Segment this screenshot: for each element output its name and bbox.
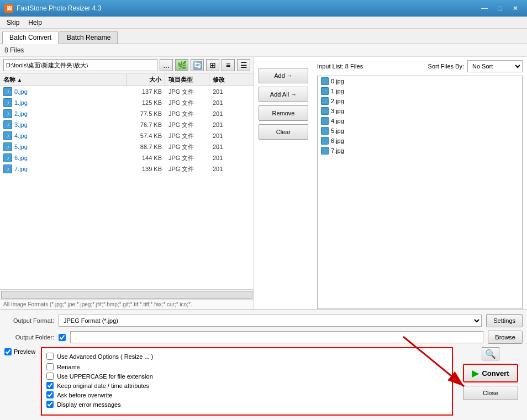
table-row[interactable]: J 2.jpg 77.5 KB JPG 文件 201: [0, 108, 254, 119]
input-file-name: 4.jpg: [331, 118, 344, 124]
output-folder-input[interactable]: [70, 331, 483, 343]
sort-files-label: Sort Files By:: [428, 63, 464, 70]
tab-batch-rename[interactable]: Batch Rename: [60, 31, 118, 44]
col-header-size[interactable]: 大小: [127, 74, 165, 86]
horizontal-scrollbar[interactable]: [1, 291, 252, 299]
file-date-cell: 201: [209, 165, 254, 173]
remove-button[interactable]: Remove: [259, 105, 308, 121]
window-close-button[interactable]: ✕: [508, 3, 523, 14]
keep-date-label: Keep original date / time attributes: [57, 382, 149, 389]
file-icon: J: [3, 153, 12, 162]
ask-overwrite-checkbox[interactable]: [46, 391, 54, 398]
nav-up-button[interactable]: 🌿: [175, 59, 188, 71]
list-item[interactable]: 3.jpg: [318, 106, 522, 116]
file-icon: J: [3, 164, 12, 173]
file-list: J 0.jpg 137 KB JPG 文件 201 J 1.jpg 125 KB…: [0, 86, 254, 289]
table-row[interactable]: J 7.jpg 139 KB JPG 文件 201: [0, 163, 254, 174]
tab-batch-convert[interactable]: Batch Convert: [2, 31, 59, 44]
table-row[interactable]: J 4.jpg 57.4 KB JPG 文件 201: [0, 130, 254, 141]
input-file-name: 0.jpg: [331, 78, 344, 84]
filter-bar: All Image Formats (*.jpg;*.jpe;*.jpeg;*.…: [0, 299, 254, 309]
view-icons-button[interactable]: ⊞: [206, 59, 219, 71]
file-icon: J: [3, 87, 12, 96]
view-list-button[interactable]: ≡: [222, 59, 235, 71]
menu-item-skip[interactable]: Skip: [2, 18, 24, 28]
magnify-button[interactable]: 🔍: [482, 347, 499, 360]
file-type-cell: JPG 文件: [165, 142, 209, 152]
view-detail-button[interactable]: ☰: [237, 59, 250, 71]
minimize-button[interactable]: —: [477, 3, 492, 14]
left-panel: ... 🌿 🔄 ⊞ ≡ ☰ 名称 ▲ 大小 项目类型 修改: [0, 57, 254, 309]
list-item[interactable]: 6.jpg: [318, 136, 522, 146]
browse-path-button[interactable]: ...: [160, 59, 173, 71]
file-name-cell: J 7.jpg: [0, 164, 127, 174]
col-header-date[interactable]: 修改: [209, 74, 254, 86]
preview-checkbox[interactable]: [4, 348, 12, 355]
maximize-button[interactable]: □: [493, 3, 507, 14]
file-size-cell: 57.4 KB: [127, 132, 165, 140]
input-file-name: 5.jpg: [331, 127, 344, 134]
input-file-icon: [321, 117, 329, 125]
menu-item-help[interactable]: Help: [24, 18, 46, 28]
use-advanced-checkbox[interactable]: [46, 353, 54, 360]
rename-label: Rename: [57, 364, 80, 370]
output-format-select[interactable]: JPEG Format (*.jpg): [59, 315, 482, 327]
list-item[interactable]: 1.jpg: [318, 86, 522, 96]
add-all-button[interactable]: Add All →: [259, 87, 308, 102]
app-icon: 🖼: [4, 4, 13, 13]
output-format-label: Output Format:: [4, 317, 54, 324]
file-icon: J: [3, 131, 12, 140]
input-file-icon: [321, 147, 329, 155]
file-name-cell: J 1.jpg: [0, 98, 127, 108]
col-header-name[interactable]: 名称 ▲: [0, 74, 127, 86]
file-date-cell: 201: [209, 132, 254, 140]
sort-select[interactable]: No Sort Name Size Date: [467, 60, 523, 72]
close-button[interactable]: Close: [463, 386, 518, 400]
input-file-icon: [321, 77, 329, 85]
refresh-button[interactable]: 🔄: [191, 59, 204, 71]
convert-button[interactable]: ▶ Convert: [463, 364, 518, 382]
file-list-header: 名称 ▲ 大小 项目类型 修改: [0, 74, 254, 86]
table-row[interactable]: J 0.jpg 137 KB JPG 文件 201: [0, 86, 254, 97]
list-item[interactable]: 5.jpg: [318, 126, 522, 136]
title-bar-left: 🖼 FastStone Photo Resizer 4.3: [4, 4, 101, 13]
display-errors-label: Display error messages: [57, 401, 121, 408]
rename-checkbox[interactable]: [46, 363, 54, 370]
uppercase-checkbox[interactable]: [46, 373, 54, 380]
file-type-cell: JPG 文件: [165, 87, 209, 97]
keep-date-checkbox[interactable]: [46, 382, 54, 389]
file-name-cell: J 4.jpg: [0, 131, 127, 141]
output-format-row: Output Format: JPEG Format (*.jpg) Setti…: [4, 314, 523, 327]
ask-overwrite-label: Ask before overwrite: [57, 392, 112, 398]
output-folder-label: Output Folder:: [4, 334, 54, 341]
input-file-name: 3.jpg: [331, 108, 344, 114]
list-item[interactable]: 7.jpg: [318, 146, 522, 156]
file-size-cell: 77.5 KB: [127, 110, 165, 118]
table-row[interactable]: J 3.jpg 76.7 KB JPG 文件 201: [0, 119, 254, 130]
display-errors-checkbox[interactable]: [46, 401, 54, 408]
table-row[interactable]: J 6.jpg 144 KB JPG 文件 201: [0, 152, 254, 163]
file-name-cell: J 6.jpg: [0, 153, 127, 163]
table-row[interactable]: J 1.jpg 125 KB JPG 文件 201: [0, 97, 254, 108]
browse-folder-button[interactable]: Browse: [488, 331, 523, 344]
file-date-cell: 201: [209, 99, 254, 107]
output-folder-checkbox[interactable]: [59, 334, 66, 341]
col-header-type[interactable]: 项目类型: [165, 74, 209, 86]
settings-button[interactable]: Settings: [486, 314, 523, 327]
file-size-cell: 88.7 KB: [127, 143, 165, 151]
file-date-cell: 201: [209, 143, 254, 151]
list-item[interactable]: 0.jpg: [318, 76, 522, 86]
file-icon: J: [3, 120, 12, 129]
table-row[interactable]: J 5.jpg 88.7 KB JPG 文件 201: [0, 141, 254, 152]
app-title: FastStone Photo Resizer 4.3: [17, 4, 101, 12]
sort-asc-icon: ▲: [17, 77, 22, 83]
list-item[interactable]: 4.jpg: [318, 116, 522, 126]
file-type-cell: JPG 文件: [165, 120, 209, 130]
preview-check-area: Preview: [4, 347, 35, 355]
input-file-icon: [321, 137, 329, 145]
path-input[interactable]: [3, 59, 157, 71]
keep-date-row: Keep original date / time attributes: [46, 382, 447, 389]
add-button[interactable]: Add →: [259, 68, 308, 83]
clear-button[interactable]: Clear: [259, 124, 308, 140]
list-item[interactable]: 2.jpg: [318, 96, 522, 106]
